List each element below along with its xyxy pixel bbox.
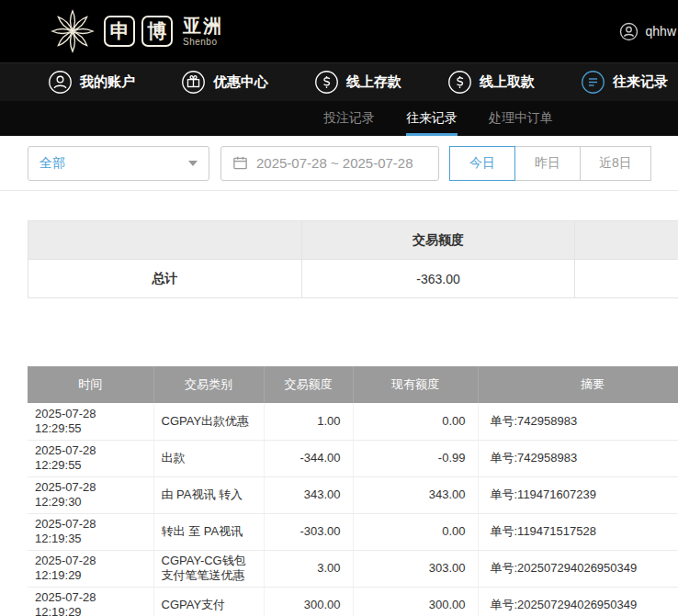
cell-type: 由 PA视讯 转入 (153, 476, 264, 513)
cell-type: 转出 至 PA视讯 (153, 513, 264, 550)
cell-amount: 3.00 (264, 550, 353, 587)
cell-summary: 单号:742958983 (478, 440, 678, 476)
nav-label: 往来记录 (613, 73, 668, 91)
date-range-value: 2025-07-28 ~ 2025-07-28 (256, 155, 413, 171)
cell-time: 2025-07-28 12:19:29 (28, 587, 153, 616)
records-header-row: 时间交易类别交易额度现有额度摘要 (28, 366, 678, 403)
column-header: 时间 (28, 366, 153, 403)
cell-time: 2025-07-28 12:29:30 (28, 476, 153, 513)
withdraw-coin-icon (447, 70, 472, 95)
cell-summary: 单号:742958983 (478, 403, 678, 440)
tab-transaction-records[interactable]: 往来记录 (406, 101, 458, 136)
summary-total-value: -363.00 (301, 260, 575, 298)
cell-summary: 单号:119471517528 (478, 513, 678, 550)
logo-region-text: 亚洲 Shenbo (183, 17, 223, 47)
top-header: 申 博 亚洲 Shenbo qhhw (0, 0, 678, 62)
cell-balance: 303.00 (353, 550, 478, 587)
cell-amount: -344.00 (264, 440, 353, 476)
summary-total-label: 总计 (28, 260, 302, 298)
cell-summary: 单号:119471607239 (478, 476, 678, 513)
calendar-icon (232, 155, 248, 171)
summary-header-empty (575, 221, 678, 260)
last-8-days-button[interactable]: 近8日 (580, 146, 651, 181)
nav-item-transaction-records[interactable]: 往来记录 (581, 70, 668, 95)
summary-header-empty (28, 221, 302, 260)
logo-char-box: 申 (104, 16, 135, 47)
nav-item-promotions[interactable]: 优惠中心 (181, 70, 268, 95)
table-row: 2025-07-28 12:19:29CGPAY支付300.00300.00单号… (28, 587, 678, 616)
cell-type: CGPAY-CG钱包支付笔笔送优惠 (153, 550, 264, 587)
user-avatar-icon (619, 22, 638, 41)
quick-range-group: 今日 昨日 近8日 (450, 146, 651, 181)
nav-label: 我的账户 (80, 73, 135, 91)
date-range-picker[interactable]: 2025-07-28 ~ 2025-07-28 (220, 146, 439, 181)
cell-time: 2025-07-28 12:19:29 (28, 550, 153, 587)
page: 申 博 亚洲 Shenbo qhhw 我的账户 (0, 0, 678, 616)
yesterday-button[interactable]: 昨日 (514, 146, 581, 181)
nav-item-deposit[interactable]: 线上存款 (314, 70, 401, 95)
username: qhhw (646, 24, 676, 39)
tab-betting-records[interactable]: 投注记录 (323, 101, 375, 136)
cell-time: 2025-07-28 12:29:55 (28, 440, 153, 476)
column-header: 摘要 (478, 366, 678, 403)
cell-type: 出款 (153, 440, 264, 476)
type-dropdown-value: 全部 (40, 155, 65, 172)
cell-balance: 343.00 (353, 476, 478, 513)
gift-icon (181, 70, 206, 95)
site-logo[interactable]: 申 博 亚洲 Shenbo (48, 6, 223, 56)
chevron-down-icon (188, 161, 198, 166)
cell-amount: -303.00 (264, 513, 353, 550)
column-header: 交易类别 (153, 366, 264, 403)
user-icon (48, 70, 73, 95)
records-table-body: 2025-07-28 12:29:55CGPAY出款优惠1.000.00单号:7… (28, 403, 678, 616)
table-row: 2025-07-28 12:19:35转出 至 PA视讯-303.000.00单… (28, 513, 678, 550)
nav-label: 优惠中心 (213, 73, 268, 91)
summary-empty-cell (575, 260, 678, 298)
table-row: 2025-07-28 12:29:55出款-344.00-0.99单号:7429… (28, 440, 678, 476)
column-header: 交易额度 (264, 366, 353, 403)
user-account[interactable]: qhhw (619, 22, 678, 41)
records-table: 时间交易类别交易额度现有额度摘要 2025-07-28 12:29:55CGPA… (28, 366, 678, 616)
cell-summary: 单号:202507294026950349 (478, 550, 678, 587)
nav-label: 线上取款 (480, 73, 535, 91)
today-button[interactable]: 今日 (449, 146, 515, 181)
cell-time: 2025-07-28 12:19:35 (28, 513, 153, 550)
summary-table: 交易额度 总计 -363.00 (28, 220, 678, 298)
logo-char-box: 博 (141, 16, 173, 47)
table-row: 2025-07-28 12:29:55CGPAY出款优惠1.000.00单号:7… (28, 403, 678, 440)
cell-type: CGPAY出款优惠 (153, 403, 264, 440)
cell-amount: 343.00 (264, 476, 353, 513)
table-row: 2025-07-28 12:19:29CGPAY-CG钱包支付笔笔送优惠3.00… (28, 550, 678, 587)
cell-type: CGPAY支付 (153, 587, 264, 616)
cell-summary: 单号:202507294026950349 (478, 587, 678, 616)
nav-item-my-account[interactable]: 我的账户 (48, 70, 135, 95)
cell-balance: 0.00 (353, 513, 478, 550)
summary-header-row: 交易额度 (28, 221, 678, 260)
summary-total-row: 总计 -363.00 (28, 260, 678, 298)
tab-processing-orders[interactable]: 处理中订单 (489, 101, 553, 136)
cell-time: 2025-07-28 12:29:55 (28, 403, 153, 440)
main-nav: 我的账户 优惠中心 线上存款 线上取款 (0, 62, 678, 101)
cell-amount: 300.00 (264, 587, 353, 616)
cell-amount: 1.00 (264, 403, 353, 440)
cell-balance: -0.99 (353, 440, 478, 476)
sub-nav: 投注记录 往来记录 处理中订单 (0, 101, 678, 136)
column-header: 现有额度 (353, 366, 478, 403)
cell-balance: 0.00 (353, 403, 478, 440)
filter-bar: 全部 2025-07-28 ~ 2025-07-28 今日 昨日 近8日 (0, 136, 678, 191)
deposit-coin-icon (314, 70, 339, 95)
logo-subtitle: Shenbo (183, 38, 223, 47)
summary-header-amount: 交易额度 (301, 221, 575, 260)
cell-balance: 300.00 (353, 587, 478, 616)
nav-label: 线上存款 (346, 73, 401, 91)
flower-logo-icon (48, 6, 97, 56)
records-icon (581, 70, 605, 95)
nav-item-withdraw[interactable]: 线上取款 (447, 70, 535, 95)
logo-region-cn: 亚洲 (183, 17, 223, 35)
type-dropdown[interactable]: 全部 (28, 146, 209, 181)
table-row: 2025-07-28 12:29:30由 PA视讯 转入343.00343.00… (28, 476, 678, 513)
